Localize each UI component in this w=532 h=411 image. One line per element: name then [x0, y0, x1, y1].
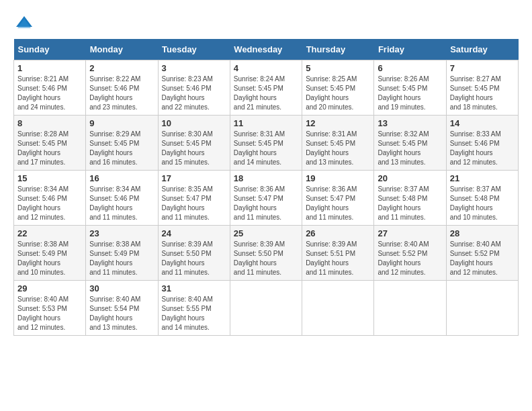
calendar-cell: 17 Sunrise: 8:35 AM Sunset: 5:47 PM Dayl…	[158, 171, 230, 226]
day-info: Sunrise: 8:40 AM Sunset: 5:52 PM Dayligh…	[450, 240, 501, 276]
calendar-cell: 3 Sunrise: 8:23 AM Sunset: 5:46 PM Dayli…	[158, 60, 230, 116]
calendar-cell: 30 Sunrise: 8:40 AM Sunset: 5:54 PM Dayl…	[86, 281, 158, 336]
day-number: 2	[89, 63, 154, 73]
day-header-saturday: Saturday	[446, 39, 518, 60]
day-number: 12	[306, 118, 370, 128]
day-info: Sunrise: 8:28 AM Sunset: 5:45 PM Dayligh…	[17, 130, 69, 166]
day-info: Sunrise: 8:37 AM Sunset: 5:48 PM Dayligh…	[378, 185, 429, 221]
day-number: 7	[450, 63, 515, 73]
day-number: 23	[89, 228, 154, 238]
calendar-cell: 15 Sunrise: 8:34 AM Sunset: 5:46 PM Dayl…	[14, 171, 86, 226]
day-number: 11	[234, 118, 298, 128]
day-header-sunday: Sunday	[14, 39, 86, 60]
day-info: Sunrise: 8:22 AM Sunset: 5:46 PM Dayligh…	[89, 75, 140, 111]
day-info: Sunrise: 8:31 AM Sunset: 5:45 PM Dayligh…	[306, 130, 357, 166]
calendar-cell: 10 Sunrise: 8:30 AM Sunset: 5:45 PM Dayl…	[158, 116, 230, 171]
day-info: Sunrise: 8:40 AM Sunset: 5:52 PM Dayligh…	[378, 240, 429, 276]
calendar-cell: 29 Sunrise: 8:40 AM Sunset: 5:53 PM Dayl…	[14, 281, 86, 336]
day-number: 21	[450, 173, 515, 183]
day-info: Sunrise: 8:40 AM Sunset: 5:54 PM Dayligh…	[89, 295, 140, 331]
day-info: Sunrise: 8:32 AM Sunset: 5:45 PM Dayligh…	[378, 130, 429, 166]
day-header-tuesday: Tuesday	[158, 39, 230, 60]
calendar-week-3: 15 Sunrise: 8:34 AM Sunset: 5:46 PM Dayl…	[14, 171, 519, 226]
logo	[13, 13, 34, 32]
day-number: 10	[162, 118, 226, 128]
day-info: Sunrise: 8:40 AM Sunset: 5:55 PM Dayligh…	[162, 295, 213, 331]
day-number: 4	[234, 63, 298, 73]
calendar-week-2: 8 Sunrise: 8:28 AM Sunset: 5:45 PM Dayli…	[14, 116, 519, 171]
day-number: 30	[89, 283, 154, 293]
day-info: Sunrise: 8:27 AM Sunset: 5:45 PM Dayligh…	[450, 75, 501, 111]
calendar-header-row: SundayMondayTuesdayWednesdayThursdayFrid…	[14, 39, 519, 60]
day-info: Sunrise: 8:39 AM Sunset: 5:50 PM Dayligh…	[162, 240, 213, 276]
day-info: Sunrise: 8:26 AM Sunset: 5:45 PM Dayligh…	[378, 75, 429, 111]
day-number: 24	[162, 228, 226, 238]
day-header-monday: Monday	[86, 39, 158, 60]
day-info: Sunrise: 8:34 AM Sunset: 5:46 PM Dayligh…	[17, 185, 69, 221]
calendar-cell: 28 Sunrise: 8:40 AM Sunset: 5:52 PM Dayl…	[446, 226, 518, 281]
calendar-cell	[302, 281, 374, 336]
day-info: Sunrise: 8:33 AM Sunset: 5:46 PM Dayligh…	[450, 130, 501, 166]
calendar-week-4: 22 Sunrise: 8:38 AM Sunset: 5:49 PM Dayl…	[14, 226, 519, 281]
calendar-cell: 26 Sunrise: 8:39 AM Sunset: 5:51 PM Dayl…	[302, 226, 374, 281]
calendar-week-5: 29 Sunrise: 8:40 AM Sunset: 5:53 PM Dayl…	[14, 281, 519, 336]
calendar-cell: 22 Sunrise: 8:38 AM Sunset: 5:49 PM Dayl…	[14, 226, 86, 281]
calendar-cell: 24 Sunrise: 8:39 AM Sunset: 5:50 PM Dayl…	[158, 226, 230, 281]
logo-icon	[15, 13, 34, 32]
calendar-cell: 9 Sunrise: 8:29 AM Sunset: 5:45 PM Dayli…	[86, 116, 158, 171]
day-info: Sunrise: 8:36 AM Sunset: 5:47 PM Dayligh…	[306, 185, 357, 221]
day-number: 25	[234, 228, 298, 238]
day-number: 28	[450, 228, 515, 238]
day-info: Sunrise: 8:39 AM Sunset: 5:50 PM Dayligh…	[234, 240, 285, 276]
day-number: 3	[162, 63, 226, 73]
day-number: 31	[162, 283, 226, 293]
day-header-friday: Friday	[374, 39, 446, 60]
day-number: 1	[17, 63, 82, 73]
day-number: 8	[17, 118, 82, 128]
calendar-cell: 12 Sunrise: 8:31 AM Sunset: 5:45 PM Dayl…	[302, 116, 374, 171]
calendar-cell: 20 Sunrise: 8:37 AM Sunset: 5:48 PM Dayl…	[374, 171, 446, 226]
calendar-cell: 19 Sunrise: 8:36 AM Sunset: 5:47 PM Dayl…	[302, 171, 374, 226]
calendar-cell: 25 Sunrise: 8:39 AM Sunset: 5:50 PM Dayl…	[230, 226, 302, 281]
calendar-cell: 6 Sunrise: 8:26 AM Sunset: 5:45 PM Dayli…	[374, 60, 446, 116]
day-info: Sunrise: 8:38 AM Sunset: 5:49 PM Dayligh…	[17, 240, 69, 276]
day-number: 6	[378, 63, 442, 73]
day-number: 26	[306, 228, 370, 238]
day-info: Sunrise: 8:29 AM Sunset: 5:45 PM Dayligh…	[89, 130, 140, 166]
day-header-wednesday: Wednesday	[230, 39, 302, 60]
day-number: 15	[17, 173, 82, 183]
calendar-cell: 23 Sunrise: 8:38 AM Sunset: 5:49 PM Dayl…	[86, 226, 158, 281]
day-number: 14	[450, 118, 515, 128]
calendar-cell: 21 Sunrise: 8:37 AM Sunset: 5:48 PM Dayl…	[446, 171, 518, 226]
calendar-cell: 18 Sunrise: 8:36 AM Sunset: 5:47 PM Dayl…	[230, 171, 302, 226]
calendar-cell: 27 Sunrise: 8:40 AM Sunset: 5:52 PM Dayl…	[374, 226, 446, 281]
day-number: 5	[306, 63, 370, 73]
calendar-week-1: 1 Sunrise: 8:21 AM Sunset: 5:46 PM Dayli…	[14, 60, 519, 116]
calendar-table: SundayMondayTuesdayWednesdayThursdayFrid…	[13, 39, 519, 336]
calendar-cell: 13 Sunrise: 8:32 AM Sunset: 5:45 PM Dayl…	[374, 116, 446, 171]
day-info: Sunrise: 8:37 AM Sunset: 5:48 PM Dayligh…	[450, 185, 501, 221]
day-header-thursday: Thursday	[302, 39, 374, 60]
day-number: 29	[17, 283, 82, 293]
day-number: 18	[234, 173, 298, 183]
day-info: Sunrise: 8:31 AM Sunset: 5:45 PM Dayligh…	[234, 130, 285, 166]
calendar-cell: 2 Sunrise: 8:22 AM Sunset: 5:46 PM Dayli…	[86, 60, 158, 116]
day-info: Sunrise: 8:21 AM Sunset: 5:46 PM Dayligh…	[17, 75, 69, 111]
day-info: Sunrise: 8:30 AM Sunset: 5:45 PM Dayligh…	[162, 130, 213, 166]
calendar-cell	[230, 281, 302, 336]
calendar-body: 1 Sunrise: 8:21 AM Sunset: 5:46 PM Dayli…	[14, 60, 519, 336]
calendar-cell: 16 Sunrise: 8:34 AM Sunset: 5:46 PM Dayl…	[86, 171, 158, 226]
calendar-cell: 31 Sunrise: 8:40 AM Sunset: 5:55 PM Dayl…	[158, 281, 230, 336]
day-number: 22	[17, 228, 82, 238]
calendar-cell: 14 Sunrise: 8:33 AM Sunset: 5:46 PM Dayl…	[446, 116, 518, 171]
calendar-cell: 4 Sunrise: 8:24 AM Sunset: 5:45 PM Dayli…	[230, 60, 302, 116]
calendar-cell: 11 Sunrise: 8:31 AM Sunset: 5:45 PM Dayl…	[230, 116, 302, 171]
day-info: Sunrise: 8:39 AM Sunset: 5:51 PM Dayligh…	[306, 240, 357, 276]
day-number: 16	[89, 173, 154, 183]
day-info: Sunrise: 8:35 AM Sunset: 5:47 PM Dayligh…	[162, 185, 213, 221]
calendar-cell: 7 Sunrise: 8:27 AM Sunset: 5:45 PM Dayli…	[446, 60, 518, 116]
calendar-cell: 5 Sunrise: 8:25 AM Sunset: 5:45 PM Dayli…	[302, 60, 374, 116]
header	[13, 13, 519, 32]
calendar-cell: 8 Sunrise: 8:28 AM Sunset: 5:45 PM Dayli…	[14, 116, 86, 171]
calendar-cell	[446, 281, 518, 336]
